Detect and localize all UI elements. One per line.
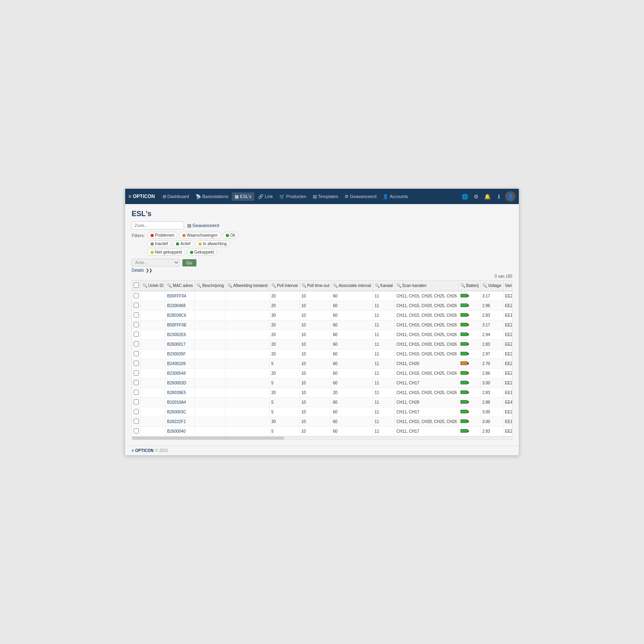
filter-inactief[interactable]: Inactief	[147, 240, 171, 247]
go-button[interactable]: Go	[182, 259, 196, 266]
details-row[interactable]: Details ❯❯	[132, 268, 512, 272]
menu-icon[interactable]: ≡	[128, 194, 131, 199]
row-checkbox[interactable]	[134, 361, 139, 366]
search-assoc-icon: 🔍	[333, 283, 338, 288]
nav-label-accounts: Accounts	[390, 194, 408, 199]
ok-label: Ok	[230, 233, 235, 237]
search-input[interactable]	[132, 221, 184, 229]
cell-mac[interactable]: B2300468	[165, 301, 195, 311]
row-checkbox[interactable]	[134, 370, 139, 376]
filter-waarschuwingen[interactable]: Waarschuwingen	[179, 232, 221, 239]
cell-mac[interactable]: B23002E6	[165, 330, 195, 340]
cell-scan: CH11, CH20	[394, 359, 458, 369]
cell-desc	[195, 427, 226, 436]
row-checkbox[interactable]	[134, 428, 139, 433]
cell-mac[interactable]: B2600040	[165, 427, 195, 436]
user-avatar[interactable]: 👤	[505, 191, 516, 202]
data-table-wrapper: 🔍 Uniek ID 🔍 MAC adres 🔍 Beschrijving 🔍 …	[132, 280, 512, 437]
footer: ≡ OPTICON © 2021	[125, 446, 519, 455]
cell-mac[interactable]: B00FFF04	[165, 291, 195, 301]
cell-mac[interactable]: B2600017	[165, 340, 195, 349]
nav-item-dashboard[interactable]: ⊞ Dashboard	[160, 192, 192, 201]
cell-img	[226, 291, 270, 301]
cell-mac[interactable]: B28039E5	[165, 388, 195, 398]
search-timeout-icon: 🔍	[301, 283, 306, 288]
info-icon-btn[interactable]: ℹ	[494, 192, 504, 201]
cell-battery	[459, 340, 481, 349]
row-checkbox[interactable]	[134, 341, 139, 347]
action-select[interactable]: Actie...	[132, 259, 180, 266]
table-row: B2300468 20 10 60 11 CH11, CH15, CH20, C…	[132, 301, 512, 311]
nav-item-templates[interactable]: ▤ Templates	[310, 192, 341, 201]
filter-actief[interactable]: Actief	[173, 240, 194, 247]
cell-img	[226, 320, 270, 330]
cell-mac[interactable]: B260003D	[165, 378, 195, 388]
filter-gekoppeld[interactable]: Gekoppeld	[187, 249, 217, 256]
row-checkbox[interactable]	[134, 390, 139, 395]
advanced-link[interactable]: ▤ Geavanceerd	[187, 223, 219, 228]
cell-desc	[195, 320, 226, 330]
cell-kanaal: 11	[373, 320, 394, 330]
cell-scan: CH11, CH15, CH20, CH25, CH26	[394, 369, 458, 378]
cell-voltage: 2.70	[481, 359, 503, 369]
filter-in-afwachting[interactable]: In afwachting	[195, 240, 230, 247]
cell-mac[interactable]: B10010A4	[165, 398, 195, 407]
cell-kanaal: 11	[373, 349, 394, 359]
cell-timeout: 10	[299, 427, 331, 436]
cell-variant: EE290	[503, 349, 512, 359]
col-uniekid: Uniek ID	[148, 283, 163, 288]
row-checkbox[interactable]	[134, 303, 139, 308]
cell-mac[interactable]: B2400109	[165, 359, 195, 369]
brand-logo[interactable]: ≡ OPTICON	[128, 194, 155, 199]
cell-mac[interactable]: B28222F1	[165, 417, 195, 427]
row-checkbox[interactable]	[134, 419, 139, 424]
filter-ok[interactable]: Ok	[223, 232, 239, 239]
row-checkbox[interactable]	[134, 380, 139, 385]
row-checkbox[interactable]	[134, 351, 139, 356]
cell-poll: 5	[269, 427, 299, 436]
cell-scan: CH11, CH28	[394, 398, 458, 407]
cell-img	[226, 417, 270, 427]
cell-battery	[459, 369, 481, 378]
cell-voltage: 2.97	[481, 349, 503, 359]
row-checkbox[interactable]	[134, 322, 139, 327]
cell-voltage: 2.83	[481, 340, 503, 349]
nav-item-geavanceerd[interactable]: ⚙ Geavanceerd	[342, 192, 379, 201]
filter-problemen[interactable]: Problemen	[147, 232, 178, 239]
row-checkbox[interactable]	[134, 409, 139, 414]
cell-timeout: 10	[299, 378, 331, 388]
cell-mac[interactable]: B28039C6	[165, 311, 195, 320]
cell-mac[interactable]: B00FFF0E	[165, 320, 195, 330]
cell-voltage: 2.86	[481, 369, 503, 378]
settings-icon-btn[interactable]: ⚙	[471, 192, 481, 201]
waarschuwingen-dot	[182, 234, 186, 237]
cell-uniekid	[141, 388, 165, 398]
nav-icons: 🌐 ⚙ 🔔 ℹ 👤	[460, 191, 516, 202]
filter-niet-gekoppeld[interactable]: Niet gekoppeld	[147, 249, 185, 256]
cell-mac[interactable]: B2300548	[165, 369, 195, 378]
row-checkbox[interactable]	[134, 399, 139, 405]
cell-mac[interactable]: B260003C	[165, 407, 195, 417]
nav-item-producten[interactable]: 🛒 Producten	[277, 192, 309, 201]
nav-item-link[interactable]: 🔗 Link	[255, 192, 276, 201]
select-all-checkbox[interactable]	[134, 283, 139, 288]
bell-icon-btn[interactable]: 🔔	[483, 192, 492, 201]
col-kanaal: Kanaal	[380, 283, 393, 288]
cell-variant: EE213R	[503, 340, 512, 349]
row-checkbox[interactable]	[134, 332, 139, 337]
row-checkbox[interactable]	[134, 312, 139, 318]
nav-item-accounts[interactable]: 👤 Accounts	[380, 192, 411, 201]
cell-poll: 5	[269, 398, 299, 407]
cell-voltage: 2.83	[481, 311, 503, 320]
row-checkbox[interactable]	[134, 293, 139, 298]
nav-item-esls[interactable]: ▦ ESL's	[232, 192, 254, 201]
search-battery-icon: 🔍	[460, 283, 465, 288]
nav-item-basisstations[interactable]: 📡 Basisstations	[193, 192, 231, 201]
table-row: B2600017 20 10 60 11 CH11, CH15, CH20, C…	[132, 340, 512, 349]
cell-variant: EE440	[503, 398, 512, 407]
cell-battery	[459, 417, 481, 427]
cell-mac[interactable]: B230035F	[165, 349, 195, 359]
globe-icon-btn[interactable]: 🌐	[460, 192, 470, 201]
col-variant: Variant	[505, 283, 513, 288]
problemen-label: Problemen	[155, 233, 174, 237]
